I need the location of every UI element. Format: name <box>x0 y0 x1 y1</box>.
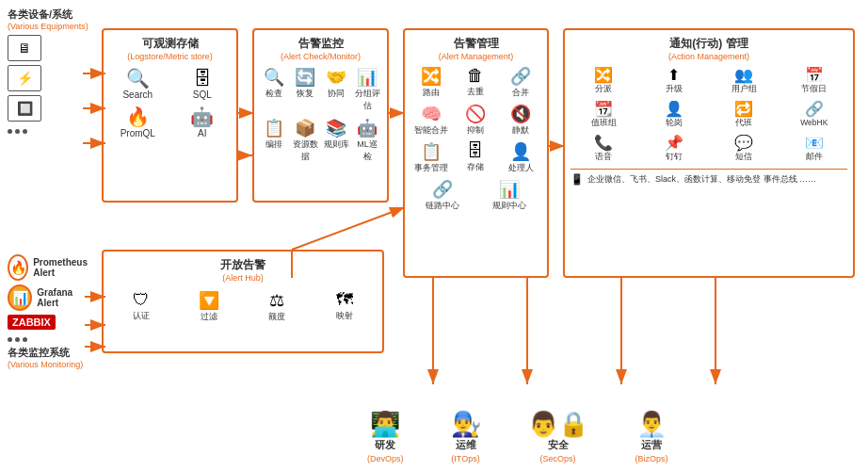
act-holiday: 📅 节假日 <box>781 66 848 95</box>
promql-icon: 🔥 <box>126 107 150 126</box>
action-extra-row: 📱 企业微信、飞书、Slack、函数计算、移动免登 事件总线 …… <box>571 169 847 186</box>
alert-monitor-row2: 📋 编排 📦 资源数据 📚 规则库 🤖 ML巡检 <box>260 118 381 163</box>
groupeval-icon: 📊 <box>357 67 378 88</box>
merge-icon: 🔗 <box>510 66 531 87</box>
alert-hub-title-cn: 开放告警 <box>109 257 377 273</box>
mdot-2 <box>15 337 20 342</box>
mdot-3 <box>23 337 27 342</box>
recover-icon: 🔄 <box>295 67 315 88</box>
auth-label: 认证 <box>133 310 150 322</box>
monitoring-title-cn: 各类监控系统 <box>8 346 92 360</box>
secops-cn: 安全 <box>548 438 569 452</box>
agmt-merge: 🔗 合并 <box>500 66 541 99</box>
bizops-cn: 运营 <box>641 438 662 452</box>
alert-mgmt-title-en: (Alert Management) <box>410 52 541 61</box>
agmt-handler: 👤 处理人 <box>500 141 541 174</box>
diagram-container: 各类设备/系统 (Various Equipments) 🖥 ⚡ 🔲 🔥 Pro… <box>0 0 868 471</box>
alert-monitor-title-cn: 告警监控 <box>260 36 381 52</box>
grafana-label: Grafana Alert <box>37 287 92 308</box>
secops-en: (SecOps) <box>540 454 576 463</box>
device-icon-network: 🔲 <box>8 95 41 122</box>
handler-icon: 👤 <box>510 141 531 162</box>
devops-icon: 👨‍💻 <box>370 412 400 436</box>
filter-label: 过滤 <box>201 311 217 323</box>
agmt-mute: 🔇 静默 <box>500 104 541 137</box>
handler-label: 处理人 <box>508 162 534 174</box>
webhook-icon: 🔗 <box>805 100 824 118</box>
promql-label: PromQL <box>121 128 155 138</box>
check-label: 检查 <box>265 88 282 100</box>
obs-icon-grid: 🔍 Search 🗄 SQL 🔥 PromQL 🤖 AI <box>109 69 231 138</box>
groupeval-label: 分组评估 <box>353 88 381 112</box>
rulecenter-label: 规则中心 <box>492 200 526 212</box>
am-resource: 📦 资源数据 <box>291 118 319 163</box>
ml-label: ML巡检 <box>353 138 381 163</box>
action-mgmt-box: 通知(行动) 管理 (Action Management) 🔀 分派 ⬆ 升级 … <box>563 28 855 278</box>
mute-label: 静默 <box>512 124 529 137</box>
mapping-icon: 🗺 <box>336 290 353 310</box>
itops-en: (ITOps) <box>451 454 479 463</box>
action-extra-icons: 📱 企业微信、飞书、Slack、函数计算、移动免登 事件总线 …… <box>571 173 847 186</box>
email-label: 邮件 <box>806 152 823 163</box>
hub-filter: 🔽 过滤 <box>177 290 241 323</box>
act-voice: 📞 语音 <box>571 134 637 163</box>
rulecenter-icon: 📊 <box>499 179 520 200</box>
agmt-transact: 📋 事务管理 <box>410 141 452 174</box>
email-icon: 📧 <box>805 134 824 152</box>
obs-title-en: (Logstore/Metric store) <box>109 52 231 61</box>
search-icon: 🔍 <box>126 69 150 88</box>
webhook-label: WebHK <box>800 118 828 127</box>
action-row2: 📆 值班组 👤 轮岗 🔁 代班 🔗 WebHK <box>571 100 847 129</box>
persona-secops: 👨‍🔒 安全 (SecOps) <box>528 412 588 463</box>
agmt-rulecenter: 📊 规则中心 <box>478 179 542 212</box>
substitute-label: 代班 <box>735 118 752 129</box>
route-label: 路由 <box>423 87 440 99</box>
ruledb-label: 规则库 <box>324 138 349 151</box>
zabbix-badge: ZABBIX <box>8 315 56 330</box>
agmt-aimerge: 🧠 智能合并 <box>410 104 452 137</box>
sms-label: 短信 <box>735 152 752 163</box>
transact-label: 事务管理 <box>414 162 448 174</box>
arrange-icon: 📋 <box>264 118 284 138</box>
sql-icon: 🗄 <box>193 69 212 88</box>
act-rotation: 👤 轮岗 <box>641 100 708 129</box>
route-icon: 🔀 <box>421 66 442 87</box>
device-icon-power: ⚡ <box>8 65 41 91</box>
transact-icon: 📋 <box>421 141 442 162</box>
am-recover: 🔄 恢复 <box>291 67 319 112</box>
left-devices-section: 各类设备/系统 (Various Equipments) 🖥 ⚡ 🔲 <box>8 8 92 138</box>
device-icon-server: 🖥 <box>8 35 41 61</box>
alert-mgmt-row3: 📋 事务管理 🗄 存储 👤 处理人 <box>410 141 541 174</box>
act-dispatch: 🔀 分派 <box>571 66 637 95</box>
holiday-label: 节假日 <box>801 84 827 95</box>
act-usergroup: 👥 用户组 <box>711 66 778 95</box>
upgrade-label: 升级 <box>666 84 683 95</box>
action-row1: 🔀 分派 ⬆ 升级 👥 用户组 📅 节假日 <box>571 66 847 95</box>
oncall-icon: 📆 <box>594 100 613 118</box>
dot-3 <box>23 129 27 134</box>
usergroup-icon: 👥 <box>734 66 753 84</box>
secops-icon: 👨‍🔒 <box>528 412 588 436</box>
holiday-icon: 📅 <box>805 66 824 84</box>
act-sms: 💬 短信 <box>711 134 778 163</box>
auth-icon: 🛡 <box>133 290 150 310</box>
act-email: 📧 邮件 <box>781 134 848 163</box>
monitoring-systems-section: 🔥 Prometheus Alert 📊 Grafana Alert ZABBI… <box>8 254 92 369</box>
monitoring-title-en: (Various Monitoring) <box>8 360 92 369</box>
upgrade-icon: ⬆ <box>667 66 680 84</box>
obs-search: 🔍 Search <box>109 69 167 100</box>
itops-cn: 运维 <box>456 438 476 452</box>
persona-devops: 👨‍💻 研发 (DevOps) <box>367 412 404 463</box>
obs-storage-box: 可观测存储 (Logstore/Metric store) 🔍 Search 🗄… <box>102 28 238 203</box>
resource-icon: 📦 <box>295 118 315 138</box>
svg-line-12 <box>292 207 405 250</box>
dot-1 <box>8 129 12 134</box>
action-mgmt-title-cn: 通知(行动) 管理 <box>571 36 847 52</box>
alert-monitor-box: 告警监控 (Alert Check/Monitor) 🔍 检查 🔄 恢复 🤝 协… <box>252 28 389 203</box>
mute-icon: 🔇 <box>510 104 531 124</box>
suppress-icon: 🚫 <box>465 104 486 124</box>
alert-mgmt-row1: 🔀 路由 🗑 去重 🔗 合并 <box>410 66 541 99</box>
mobile-icon: 📱 <box>571 173 584 186</box>
alert-mgmt-box: 告警管理 (Alert Management) 🔀 路由 🗑 去重 🔗 合并 🧠… <box>403 28 549 278</box>
alert-monitor-title-en: (Alert Check/Monitor) <box>260 52 381 61</box>
